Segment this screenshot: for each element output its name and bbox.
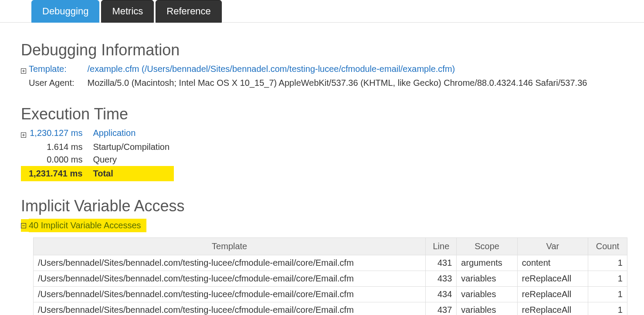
exec-time-total-value: 1,231.741 ms [29,166,93,181]
collapse-icon[interactable] [21,223,26,228]
exec-time-value: 1.614 ms [29,141,93,153]
col-count: Count [588,238,627,255]
col-var: Var [517,238,588,255]
cell-scope: variables [457,302,517,315]
cell-count: 1 [588,302,627,315]
cell-scope: arguments [457,255,517,271]
cell-line: 433 [426,271,457,287]
col-template: Template [34,238,426,255]
template-label[interactable]: Template: [29,64,67,74]
table-row: /Users/bennadel/Sites/bennadel.com/testi… [34,287,627,302]
expand-icon[interactable] [21,132,26,138]
tab-debugging[interactable]: Debugging [31,0,99,23]
cell-line: 437 [426,302,457,315]
heading-implicit: Implicit Variable Access [21,197,634,215]
cell-line: 431 [426,255,457,271]
tab-bar: Debugging Metrics Reference [31,0,634,23]
cell-var: content [517,255,588,271]
cell-var: reReplaceAll [517,302,588,315]
debug-info-table: Template: /example.cfm (/Users/bennadel/… [21,63,591,89]
user-agent-value: Mozilla/5.0 (Macintosh; Intel Mac OS X 1… [88,77,592,89]
cell-template: /Users/bennadel/Sites/bennadel.com/testi… [34,287,426,302]
template-link[interactable]: /example.cfm (/Users/bennadel/Sites/benn… [88,64,455,74]
table-row: /Users/bennadel/Sites/bennadel.com/testi… [34,255,627,271]
exec-time-application[interactable]: Application [93,128,136,138]
cell-template: /Users/bennadel/Sites/bennadel.com/testi… [34,302,426,315]
cell-count: 1 [588,287,627,302]
expand-icon[interactable] [21,68,26,74]
tab-metrics[interactable]: Metrics [101,0,154,23]
exec-time-value[interactable]: 1,230.127 ms [30,128,82,138]
tab-reference[interactable]: Reference [156,0,222,23]
cell-count: 1 [588,271,627,287]
col-line: Line [426,238,457,255]
exec-time-total-label: Total [93,166,174,181]
cell-scope: variables [457,287,517,302]
user-agent-label: User Agent: [29,77,88,89]
cell-var: reReplaceAll [517,271,588,287]
implicit-accesses-link[interactable]: 40 Implicit Variable Accesses [29,220,141,230]
cell-template: /Users/bennadel/Sites/bennadel.com/testi… [34,255,426,271]
cell-line: 434 [426,287,457,302]
cell-template: /Users/bennadel/Sites/bennadel.com/testi… [34,271,426,287]
table-row: /Users/bennadel/Sites/bennadel.com/testi… [34,271,627,287]
exec-time-table: 1,230.127 ms Application 1.614 ms Startu… [21,127,174,181]
implicit-table: Template Line Scope Var Count /Users/ben… [33,237,627,315]
heading-debug-info: Debugging Information [21,41,634,59]
cell-scope: variables [457,271,517,287]
heading-exec-time: Execution Time [21,105,634,123]
exec-time-startup: Startup/Compilation [93,141,174,153]
cell-var: reReplaceAll [517,287,588,302]
table-row: /Users/bennadel/Sites/bennadel.com/testi… [34,302,627,315]
exec-time-query: Query [93,153,174,166]
exec-time-value: 0.000 ms [29,153,93,166]
col-scope: Scope [457,238,517,255]
cell-count: 1 [588,255,627,271]
